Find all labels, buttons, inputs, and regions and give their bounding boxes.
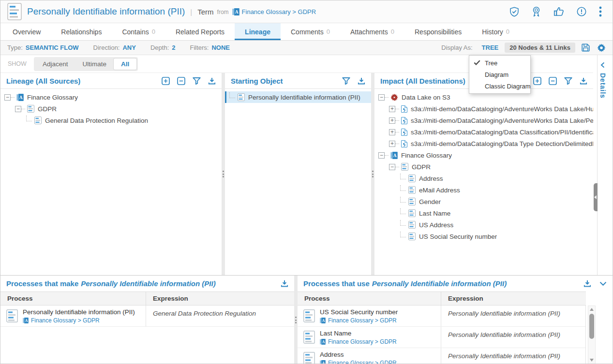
tree-node-label: Address <box>419 175 443 182</box>
tab-relationships[interactable]: Relationships <box>51 23 112 40</box>
scroll-thumb[interactable] <box>589 314 594 339</box>
tree-node-email-address[interactable]: eMail Address <box>374 184 593 196</box>
process-name: Personally Identifiable information (PII… <box>23 308 135 316</box>
filter-filters: Filters:NONE <box>190 44 230 51</box>
process-cell: Personally Identifiable information (PII… <box>0 306 146 326</box>
filter-value[interactable]: 2 <box>172 44 175 51</box>
tree-node-us-social-security-number[interactable]: US Social Security number <box>374 231 593 242</box>
tab-overview[interactable]: Overview <box>2 23 51 40</box>
panel-actions <box>162 77 216 85</box>
thumbs-up-icon[interactable] <box>553 7 564 16</box>
collapse-panel-chevron-icon[interactable] <box>599 281 607 286</box>
shield-check-icon[interactable] <box>509 7 519 17</box>
tree-node-address[interactable]: Address <box>374 173 593 184</box>
process-row[interactable]: Last NameAFinance Glossary > GDPRPersona… <box>298 327 585 348</box>
breadcrumb[interactable]: Finance Glossary > GDPR <box>242 8 316 15</box>
process-breadcrumb[interactable]: AFinance Glossary > GDPR <box>320 317 398 324</box>
tree-node-s3a-miti-demo-datacataloging-data-classi[interactable]: +s3a://miti-demo/DataCataloging/Data Cla… <box>374 126 593 138</box>
download-icon[interactable] <box>208 77 216 85</box>
save-icon[interactable] <box>582 44 590 52</box>
download-icon[interactable] <box>358 77 365 85</box>
expand-node-toggle[interactable]: + <box>389 141 395 147</box>
process-breadcrumb[interactable]: AFinance Glossary > GDPR <box>23 317 135 324</box>
details-panel-collapsed[interactable]: Details <box>593 55 613 275</box>
expand-node-toggle[interactable]: + <box>389 106 395 112</box>
expand-node-toggle[interactable]: + <box>389 117 395 124</box>
download-icon[interactable] <box>583 280 591 287</box>
expression-cell: Personally Identifiable information (PII… <box>441 306 585 326</box>
tab-comments[interactable]: Comments0 <box>281 23 340 40</box>
svg-text:A: A <box>19 95 23 100</box>
tab-attachments[interactable]: Attachments0 <box>340 23 404 40</box>
display-as-label: Display As: <box>441 44 472 51</box>
process-row[interactable]: US Social Security numberAFinance Glossa… <box>298 306 585 327</box>
tab-responsibilities[interactable]: Responsibilities <box>404 23 472 40</box>
expand-all-icon[interactable] <box>533 77 541 85</box>
alert-icon[interactable] <box>577 7 586 16</box>
filter-value[interactable]: ANY <box>122 44 135 51</box>
process-breadcrumb[interactable]: AFinance Glossary > GDPR <box>320 338 397 345</box>
term-icon <box>408 233 416 240</box>
download-icon[interactable] <box>281 280 288 287</box>
filter-direction: Direction:ANY <box>93 44 136 51</box>
collapse-node-toggle[interactable]: − <box>378 94 385 101</box>
processes-make-title: Processes that makePersonally Identifiab… <box>6 279 216 288</box>
process-row[interactable]: Personally Identifiable information (PII… <box>0 306 294 327</box>
collapse-all-icon[interactable] <box>177 77 185 85</box>
table-scrollbar[interactable] <box>588 306 596 364</box>
process-breadcrumb[interactable]: AFinance Glossary > GDPR <box>320 360 397 364</box>
collapse-node-toggle[interactable]: − <box>15 106 21 112</box>
menu-item-diagram[interactable]: Diagram <box>469 69 530 80</box>
display-as-value[interactable]: TREE <box>482 44 499 51</box>
collapse-all-icon[interactable] <box>549 77 557 85</box>
kebab-menu-icon[interactable] <box>599 6 602 17</box>
filter-icon[interactable] <box>193 77 201 85</box>
splitter-grip <box>295 316 297 325</box>
process-row[interactable]: AddressAFinance Glossary > GDPRPersonall… <box>298 348 585 364</box>
collapse-node-toggle[interactable]: − <box>4 94 11 101</box>
chevron-left-icon[interactable] <box>600 62 606 68</box>
tab-lineage[interactable]: Lineage <box>235 23 281 40</box>
scroll-up-arrow[interactable] <box>590 308 594 311</box>
collapse-node-toggle[interactable]: − <box>389 164 395 170</box>
title-separator: | <box>190 8 192 16</box>
details-resize-handle[interactable] <box>594 183 598 211</box>
tree-node-s3a-miti-demo-datacataloging-adventurewo[interactable]: +s3a://miti-demo/DataCataloging/Adventur… <box>374 103 593 115</box>
settings-gear-icon[interactable] <box>597 44 606 52</box>
panel-splitter[interactable] <box>371 73 374 275</box>
filter-icon[interactable] <box>342 77 350 85</box>
tree-node-gdpr[interactable]: −GDPR <box>0 103 222 115</box>
tree-node-general-data-protection-regulation[interactable]: General Data Protection Regulation <box>0 115 222 126</box>
filter-value[interactable]: SEMANTIC FLOW <box>26 44 79 51</box>
filter-value[interactable]: NONE <box>211 44 230 51</box>
tab-contains[interactable]: Contains0 <box>112 23 165 40</box>
collapse-node-toggle[interactable]: − <box>378 152 385 159</box>
tree-node-gdpr[interactable]: −GDPR <box>374 161 593 173</box>
tree-node-personally-identifiable-information-pii[interactable]: Personally Identifiable information (PII… <box>225 91 371 103</box>
show-option-all[interactable]: All <box>114 58 136 70</box>
expand-node-toggle[interactable]: + <box>389 129 395 135</box>
panel-splitter[interactable] <box>222 73 225 275</box>
tab-related-reports[interactable]: Related Reports <box>165 23 235 40</box>
process-info: Last NameAFinance Glossary > GDPR <box>320 330 397 345</box>
tree-node-finance-glossary[interactable]: −AFinance Glossary <box>0 91 222 103</box>
filter-icon[interactable] <box>564 77 572 85</box>
process-info: US Social Security numberAFinance Glossa… <box>320 308 398 324</box>
menu-item-tree[interactable]: Tree <box>469 57 530 69</box>
award-icon[interactable] <box>532 6 541 17</box>
tree-node-finance-glossary[interactable]: −AFinance Glossary <box>374 149 593 161</box>
tree-node-s3a-miti-demo-datacataloging-data-type-d[interactable]: +s3a://miti-demo/DataCataloging/Data Typ… <box>374 138 593 149</box>
show-option-adjacent[interactable]: Adjacent <box>35 58 75 70</box>
tree-node-last-name[interactable]: Last Name <box>374 207 593 219</box>
bottom-splitter[interactable] <box>294 276 298 364</box>
tree-node-us-address[interactable]: US Address <box>374 219 593 231</box>
tree-node-s3a-miti-demo-datacataloging-adventurewo[interactable]: +s3a://miti-demo/DataCataloging/Adventur… <box>374 115 593 126</box>
tree-node-label: s3a://miti-demo/DataCataloging/Data Clas… <box>411 129 593 136</box>
scroll-down-arrow[interactable] <box>590 359 594 362</box>
tab-history[interactable]: History0 <box>472 23 520 40</box>
expand-all-icon[interactable] <box>162 77 170 85</box>
tree-node-gender[interactable]: Gender <box>374 196 593 207</box>
show-option-ultimate[interactable]: Ultimate <box>75 58 114 70</box>
download-icon[interactable] <box>580 77 587 85</box>
menu-item-classic-diagram[interactable]: Classic Diagram <box>469 80 530 92</box>
